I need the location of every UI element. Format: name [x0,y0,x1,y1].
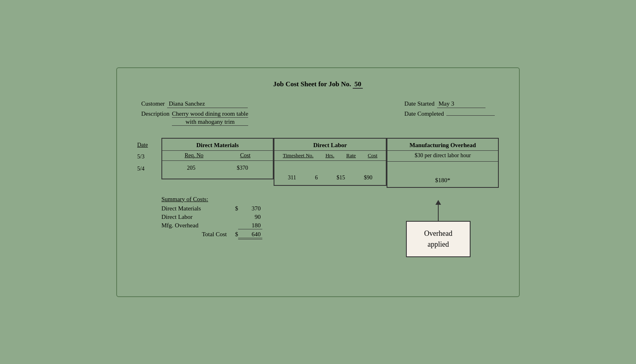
customer-value: Diana Sanchez [167,100,248,108]
dl-subheader: Timesheet No. Hrs. Rate Cost [274,151,386,161]
dl-rate-1 [346,165,347,171]
dl-cost-1 [369,165,371,171]
customer-label: Customer [141,100,165,107]
dl-body: 311 6 $15 $90 [274,161,386,185]
summary-amount-total: 640 [238,231,262,239]
dl-col3: Rate [346,152,356,159]
job-cost-sheet: Job Cost Sheet for Job No. 50 Customer D… [116,67,520,297]
dl-hrs-2: 6 [315,175,318,181]
description-label: Description [141,110,169,117]
summary-dollar-total: $ [230,231,238,238]
mfg-body: $180* [387,162,498,187]
info-left: Customer Diana Sanchez Description Cherr… [141,100,248,126]
date-started-value: May 3 [437,100,485,108]
dl-hrs-1 [323,165,324,171]
manufacturing-overhead-table: Manufacturing Overhead $30 per direct la… [387,138,499,188]
direct-labor-table: Direct Labor Timesheet No. Hrs. Rate Cos… [274,138,387,186]
dm-row-1: 205 $370 [166,163,269,173]
mfg-value: $180* [391,177,494,184]
direct-materials-table: Direct Materials Req. No Cost 205 $370 [161,138,274,179]
mfg-header: Manufacturing Overhead [387,139,498,151]
mfg-rate-label: $30 per direct labor hour [387,151,498,162]
dl-ts-1 [289,165,301,171]
dl-cost-2: $90 [364,175,372,181]
summary-row-materials: Direct Materials $ 370 [161,204,378,213]
overhead-applied-box: Overheadapplied [406,221,471,257]
dm-subheader: Req. No Cost [162,151,273,161]
summary-title: Summary of Costs: [161,196,378,203]
summary-dollar-materials: $ [230,205,238,212]
title-label: Job Cost Sheet for Job No. [273,80,351,88]
summary-amount-labor: 90 [238,214,262,220]
description-line2: with mahogany trim [172,119,248,126]
arrow-container [435,200,441,221]
summary-amount-materials: 370 [238,205,262,212]
dm-req-1: 205 [187,165,195,171]
customer-line: Customer Diana Sanchez [141,100,248,108]
dm-col2: Cost [240,152,251,159]
description-line: Description Cherry wood dining room tabl… [141,110,248,126]
date-started-line: Date Started May 3 [404,100,495,108]
dl-rate-2: $15 [337,175,345,181]
summary-label-overhead: Mfg. Overhead [161,222,230,229]
date-entry-1: 5/3 [137,151,157,163]
summary-section: Summary of Costs: Direct Materials $ 370… [137,196,378,257]
dm-col1: Req. No [184,152,203,159]
dl-row-1 [278,163,382,173]
dl-header: Direct Labor [274,139,386,151]
dl-col2: Hrs. [325,152,334,159]
dm-body: 205 $370 [162,161,273,179]
description-line1: Cherry wood dining room table [172,110,248,118]
summary-row-total: Total Cost $ 640 [161,230,378,240]
info-right: Date Started May 3 Date Completed [404,100,495,126]
date-started-label: Date Started [404,100,435,107]
dl-row-2: 311 6 $15 $90 [278,173,382,183]
date-col-header: Date [137,142,157,148]
dl-ts-2: 311 [288,175,296,181]
arrow-stem [438,205,439,221]
title-row: Job Cost Sheet for Job No. 50 [137,80,499,88]
date-completed-value [446,115,495,116]
summary-label-materials: Direct Materials [161,205,230,212]
dm-header: Direct Materials [162,139,273,151]
date-completed-line: Date Completed [404,110,495,117]
dl-col4: Cost [368,152,377,159]
summary-label-total: Total Cost [161,231,230,238]
bottom-area: Summary of Costs: Direct Materials $ 370… [137,196,499,257]
summary-row-labor: Direct Labor 90 [161,213,378,221]
info-section: Customer Diana Sanchez Description Cherr… [137,100,499,126]
annotation-area: Overheadapplied [378,196,499,257]
job-number: 50 [353,80,363,89]
date-entry-2: 5/4 [137,163,157,175]
summary-row-overhead: Mfg. Overhead 180 [161,221,378,230]
date-column: Date 5/3 5/4 [137,138,161,176]
dl-col1: Timesheet No. [283,152,314,159]
summary-amount-overhead: 180 [238,222,262,229]
dm-row-2 [166,173,269,176]
summary-label-labor: Direct Labor [161,214,230,220]
description-block: Cherry wood dining room table with mahog… [172,110,248,126]
date-completed-label: Date Completed [404,110,444,117]
arrow-head-icon [435,200,441,205]
dm-cost-1: $370 [237,165,248,171]
overhead-applied-text: Overheadapplied [424,229,452,248]
